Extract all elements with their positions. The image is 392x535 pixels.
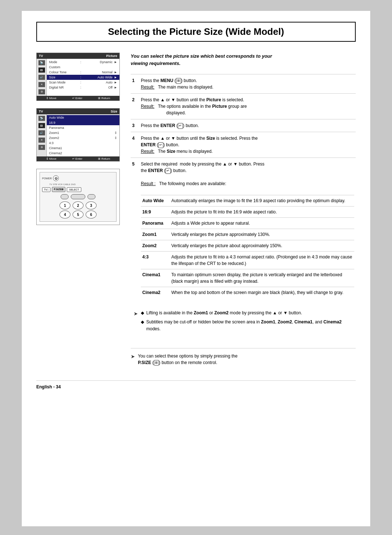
tv-button[interactable]: TV□ [42,187,50,192]
right-panel: You can select the picture size which be… [131,53,356,366]
footer-text: English - 34 [36,384,61,389]
note-2: ◆ Subtitles may be cut-off or hidden bel… [141,319,353,332]
tv-icon-picture: 🖼 [38,68,45,73]
tv-label-1: TV [39,54,43,58]
tv-row-size: Size : Auto Wide ► [47,75,119,80]
mode-cinema1: Cinema1 To maintain optimum screen displ… [141,269,354,287]
note-1: ◆ Lifting is available in the Zoom1 or Z… [141,310,353,316]
size-43: 4:3 [47,140,119,146]
size-cinema1: Cinema1 [47,146,119,151]
num-5[interactable]: 5 [73,211,83,219]
size-zoom1: Zoom1 ⇕ [47,130,119,135]
arrow-icon-notes: ➤ [134,310,138,318]
modes-table: Auto Wide Automatically enlarges the ima… [141,195,354,298]
mode-169: 16:9 Adjusts the picture to fit into the… [141,207,354,218]
mode-zoom2: Zoom2 Vertically enlarges the picture ab… [141,240,354,252]
num-1[interactable]: 1 [60,201,70,209]
size-menu-rows: Auto Wide 16:9 Panorama Zoom1 ⇕ [47,114,119,156]
tv-menu-picture: TV Picture 📡 🖼 🔊 ✕ ⚙ Mode : [36,53,120,101]
source-row: TV STB VCR CABLE DVD [42,183,114,185]
page: Selecting the Picture Size (Wide Model) … [22,11,370,526]
tv-sidebar-2: 📡 🖼 🔊 ✕ ⚙ [37,114,47,156]
notes-container: ➤ ◆ Lifting is available in the Zoom1 or… [134,310,353,335]
tv-row-custom: Custom [47,65,119,70]
select-button[interactable]: SELECT [67,187,81,192]
mode-panorama: Panorama Adjusts a Wide picture to appea… [141,218,354,229]
mode-zoom1: Zoom1 Vertically enlarges the picture ap… [141,229,354,240]
remote-mid-row [42,194,114,199]
remote-control-box: POWER ⏻ TV STB VCR CABLE DVD TV□ P.SIZE⊞… [36,169,120,225]
tv-menu-footer-2: ⇕ Move ↵ Enter ⊞ Return [37,156,119,161]
tv-menu-footer-1: ⇕ Move ↵ Enter ⊞ Return [37,96,119,101]
tv-icon-antenna: 📡 [38,60,45,65]
bottom-note-text: You can select these options by simply p… [138,353,237,366]
tv-menu-header-1: TV Picture [37,53,119,59]
notes-list: ◆ Lifting is available in the Zoom1 or Z… [141,310,353,335]
arrow-icon-bottom: ➤ [131,353,135,360]
tv-row-dnr: Digital NR : Off ► [47,85,119,90]
numpad: 1 2 3 4 5 6 [42,201,114,219]
footer-enter-2: ↵ Enter [72,157,82,160]
mode-autowide: Auto Wide Automatically enlarges the ima… [141,195,354,207]
size-cinema2: Cinema2 [47,151,119,156]
size-zoom2: Zoom2 ⇕ [47,135,119,140]
tv-icon-settings: ⚙ [38,89,45,94]
bottom-note: ➤ You can select these options by simply… [131,348,356,366]
tv-icon-settings-2: ⚙ [38,145,45,150]
footer-move-1: ⇕ Move [46,97,57,100]
notes-section: ➤ ◆ Lifting is available in the Zoom1 or… [131,307,356,341]
size-label-2: Size [111,110,117,113]
tv-row-mode: Mode : Dynamic ► [47,60,119,65]
tv-menu-body-2: 📡 🖼 🔊 ✕ ⚙ Auto Wide 16:9 [37,114,119,156]
mid-btn-left[interactable] [61,194,69,199]
content-area: TV Picture 📡 🖼 🔊 ✕ ⚙ Mode : [36,53,356,366]
mid-btn-right[interactable] [87,194,95,199]
tv-icon-x: ✕ [38,82,45,87]
num-3[interactable]: 3 [86,201,97,209]
tv-row-colour: Colour Tone : Normal ► [47,70,119,75]
intro-text: You can select the picture size which be… [131,53,356,67]
steps-table: 1 Press the MENU (⊞) button. Result: The… [131,74,356,301]
num-4[interactable]: 4 [60,211,70,219]
tv-row-scan: Scan Mode : Auto ► [47,80,119,85]
step-1: 1 Press the MENU (⊞) button. Result: The… [131,74,356,94]
remote-inner: POWER ⏻ TV STB VCR CABLE DVD TV□ P.SIZE⊞… [40,172,117,222]
step-4: 4 Press the ▲ or ▼ button until the Size… [131,132,356,158]
tv-icon-sound: 🔊 [38,75,45,80]
power-label: POWER [42,177,52,180]
remote-buttons-row: TV□ P.SIZE⊞ SELECT [42,187,114,192]
tv-icon-antenna-2: 📡 [38,116,45,121]
tv-menu-body-1: 📡 🖼 🔊 ✕ ⚙ Mode : Dynamic ► [37,59,119,96]
num-6[interactable]: 6 [86,211,97,219]
size-169: 16:9 [47,120,119,125]
mid-btn-center[interactable] [71,194,85,199]
footer-move-2: ⇕ Move [46,157,57,160]
mode-43: 4:3 Adjusts the picture to fit into a 4:… [141,252,354,269]
tv-menu-header-2: TV Size [37,109,119,114]
step-2: 2 Press the ▲ or ▼ button until the Pict… [131,94,356,119]
tv-icon-sound-2: 🔊 [38,130,45,135]
step-5: 5 Select the required mode by pressing t… [131,158,356,301]
footer-bar: English - 34 [36,380,356,389]
step-3: 3 Press the ENTER (↵) button. [131,119,356,132]
numpad-row-2: 4 5 6 [60,211,97,219]
tv-icon-x-2: ✕ [38,138,45,143]
footer-enter-1: ↵ Enter [72,97,82,100]
tv-icon-picture-2: 🖼 [38,123,45,128]
num-2[interactable]: 2 [73,201,83,209]
tv-sidebar-1: 📡 🖼 🔊 ✕ ⚙ [37,59,47,96]
tv-label-2: TV [39,110,43,113]
numpad-row-1: 1 2 3 [60,201,97,209]
power-button[interactable]: ⏻ [53,175,59,181]
psize-button[interactable]: P.SIZE⊞ [52,187,65,192]
size-panorama: Panorama [47,125,119,130]
page-title: Selecting the Picture Size (Wide Model) [36,22,356,42]
size-autowide: Auto Wide [47,115,119,120]
remote-top: POWER ⏻ [42,175,114,181]
mode-cinema2: Cinema2 When the top and bottom of the s… [141,287,354,298]
footer-return-1: ⊞ Return [98,97,110,100]
tv-menu-size: TV Size 📡 🖼 🔊 ✕ ⚙ Auto Wide [36,108,120,162]
picture-label-1: Picture [106,54,117,58]
left-panel: TV Picture 📡 🖼 🔊 ✕ ⚙ Mode : [36,53,120,366]
tv-menu-rows-1: Mode : Dynamic ► Custom Colour Tone : No… [47,59,119,96]
